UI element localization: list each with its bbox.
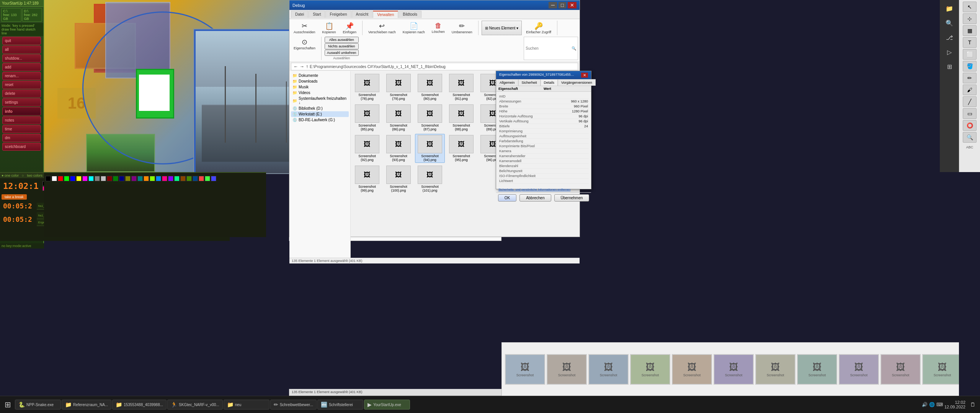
dm-button[interactable]: dm (2, 134, 41, 142)
dialog-tab-allgemein[interactable]: Allgemein (496, 79, 518, 86)
palette-color-0[interactable] (46, 176, 51, 181)
palette-color-27[interactable] (211, 176, 216, 181)
ellipse-tool-icon[interactable]: ⭕ (963, 120, 977, 131)
file-item-9[interactable]: 🖼 Screenshot (87).png (415, 103, 445, 132)
tab-freigeben[interactable]: Freigeben (325, 11, 351, 18)
palette-color-13[interactable] (125, 176, 131, 181)
screenshot-thumb-2[interactable]: 🖼 Screenshot (588, 354, 629, 385)
palette-color-25[interactable] (199, 176, 204, 181)
palette-color-20[interactable] (168, 176, 173, 181)
dialog-tab-details[interactable]: Details (541, 79, 558, 86)
fill-tool-icon[interactable]: ▦ (963, 25, 977, 36)
start-button[interactable]: ⊞ (2, 400, 14, 409)
nav-musik[interactable]: 📁 Musik (291, 84, 349, 90)
show-desktop-button[interactable]: 🗒 (970, 402, 975, 408)
file-item-3[interactable]: 🖼 Screenshot (81).png (446, 73, 476, 102)
taskbar-item-npp-snake[interactable]: 🐍 NPP-Snake.exe (15, 400, 61, 410)
pencil-tool-icon[interactable]: ✏ (963, 73, 977, 83)
drive-d-btn[interactable]: D:\ free: 282 GB (22, 8, 42, 22)
palette-color-24[interactable] (193, 176, 198, 181)
taskbar-item-153553488[interactable]: 📁 153553488_4039988... (112, 400, 167, 410)
dialog-ok-btn[interactable]: OK (498, 194, 516, 202)
bucket-tool-icon[interactable]: 🪣 (963, 61, 977, 72)
delete-tool-button[interactable]: 🗑 Löschen (429, 21, 448, 35)
screenshot-thumb-6[interactable]: 🖼 Screenshot (755, 354, 795, 385)
palette-color-14[interactable] (131, 176, 137, 181)
palette-color-26[interactable] (205, 176, 210, 181)
screenshot-thumb-10[interactable]: 🖼 Screenshot (922, 354, 959, 385)
palette-color-1[interactable] (52, 176, 57, 181)
file-item-21[interactable]: 🖼 Screenshot (99).png (352, 164, 382, 193)
vs-git-icon[interactable]: ⎇ (942, 31, 957, 44)
nav-bibliothek[interactable]: 💿 Bibliothek (D:) (291, 106, 349, 111)
palette-color-17[interactable] (150, 176, 155, 181)
tab-verwalten[interactable]: Verwalten (373, 11, 398, 18)
file-item-14[interactable]: 🖼 Screenshot (92).png (352, 134, 382, 163)
taskbar-item-schriftstellerei[interactable]: 🔤 Schriftstellerei (317, 400, 363, 410)
file-item-8[interactable]: 🖼 Screenshot (86).png (384, 103, 413, 132)
file-item-1[interactable]: 🖼 Screenshot (79).png (384, 73, 413, 102)
settings-button[interactable]: settings (2, 98, 41, 106)
palette-color-22[interactable] (180, 176, 186, 181)
file-item-10[interactable]: 🖼 Screenshot (88).png (446, 103, 476, 132)
nav-systemlaufwerk[interactable]: 📁 Systemlaufwerk freizuhalten ↓ (291, 96, 349, 106)
properties-button[interactable]: ⊙ Eigenschaften (291, 37, 318, 60)
palette-color-4[interactable] (70, 176, 75, 181)
palette-color-23[interactable] (186, 176, 192, 181)
file-item-0[interactable]: 🖼 Screenshot (78).png (352, 73, 382, 102)
nav-up-button[interactable]: ↑ (306, 64, 308, 69)
line-tool-icon[interactable]: ╱ (963, 96, 977, 107)
dialog-apply-btn[interactable]: Übernehmen (554, 194, 590, 202)
select-tool-icon[interactable]: ↖ (963, 2, 977, 12)
cut-button[interactable]: ✂ Ausschneiden (291, 21, 318, 35)
invert-select-button[interactable]: Auswahl umkehren (325, 50, 359, 56)
palette-color-2[interactable] (58, 176, 63, 181)
palette-color-15[interactable] (137, 176, 143, 181)
dialog-tab-sicherheit[interactable]: Sicherheit (518, 79, 541, 86)
screenshot-thumb-0[interactable]: 🖼 Screenshot (505, 354, 545, 385)
nav-forward-button[interactable]: → (300, 64, 304, 69)
all-button[interactable]: all (2, 46, 41, 54)
tab-start[interactable]: Start (309, 11, 325, 18)
palette-color-9[interactable] (101, 176, 106, 181)
copy-to-button[interactable]: 📄 Kopieren nach (400, 21, 428, 35)
palette-color-7[interactable] (88, 176, 94, 181)
zoom-tool-icon[interactable]: 🔍 (963, 132, 977, 143)
palette-color-19[interactable] (162, 176, 167, 181)
palette-color-16[interactable] (144, 176, 149, 181)
address-text[interactable]: E:\Programmierung\Sourcecodes C#\YourSta… (310, 65, 575, 69)
explorer-search-input[interactable] (526, 46, 572, 50)
vs-debug-icon[interactable]: ▷ (942, 45, 957, 59)
brush-tool-icon[interactable]: 🖌 (963, 85, 977, 95)
taskbar-item-referenzraum[interactable]: 📁 Referenzraum_NA... (62, 400, 111, 410)
tray-network-icon[interactable]: 🌐 (929, 402, 935, 407)
nav-dokumente[interactable]: 📁 Dokumente (291, 73, 349, 78)
palette-color-5[interactable] (76, 176, 82, 181)
tab-bildtools[interactable]: Bildtools (399, 11, 421, 18)
reset-button[interactable]: reset (2, 81, 41, 89)
file-item-15[interactable]: 🖼 Screenshot (93).png (384, 134, 413, 163)
add-button[interactable]: add (2, 63, 41, 71)
take-break-button[interactable]: take a break (2, 194, 27, 200)
scetchboard-button[interactable]: scetchboard (2, 143, 41, 151)
shutdown-button[interactable]: shutdow... (2, 54, 41, 62)
vs-search-icon[interactable]: 🔍 (942, 16, 957, 30)
palette-color-12[interactable] (119, 176, 124, 181)
nav-bd-re[interactable]: 💿 BD-RE-Laufwerk (G:) (291, 117, 349, 123)
taskbar-item-skgtec[interactable]: 🏃 SKGtec_NARF-v_v00... (167, 400, 223, 410)
nav-werkstatt[interactable]: 💿 Werkstatt (E:) (291, 111, 349, 117)
tab-datei[interactable]: Datei (291, 11, 308, 18)
screenshot-thumb-7[interactable]: 🖼 Screenshot (797, 354, 837, 385)
text-tool-icon[interactable]: T (963, 37, 977, 48)
rename-tool-button[interactable]: ✏ Umbenennen (449, 21, 475, 35)
screenshot-thumb-3[interactable]: 🖼 Screenshot (630, 354, 670, 385)
tray-keyboard-icon[interactable]: ⌨ (936, 402, 943, 407)
file-item-16[interactable]: 🖼 Screenshot (94).png (415, 134, 445, 163)
dialog-tab-vorgaenger[interactable]: Vorgängerversionen (558, 79, 596, 86)
dialog-cancel-btn[interactable]: Abbrechen (519, 194, 551, 202)
select-all-button[interactable]: Alles auswählen (325, 37, 359, 43)
screenshot-thumb-5[interactable]: 🖼 Screenshot (714, 354, 754, 385)
remove-info-link[interactable]: Sicherheits- und persönliche Information… (498, 188, 570, 191)
vs-explorer-icon[interactable]: 📁 (942, 2, 957, 15)
screenshot-thumb-1[interactable]: 🖼 Screenshot (547, 354, 587, 385)
